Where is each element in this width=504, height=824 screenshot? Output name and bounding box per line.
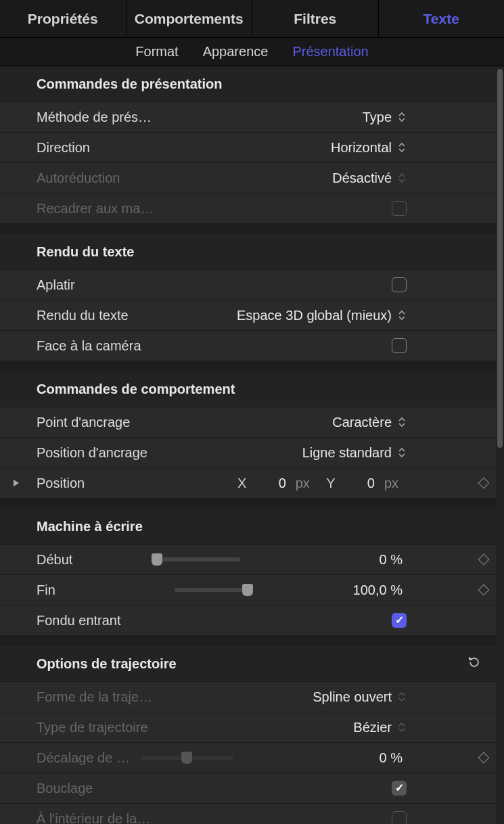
value-autoreduce: Désactivé — [332, 170, 392, 186]
value-path-shape: Spline ouvert — [313, 689, 392, 705]
unit-y: px — [384, 476, 398, 491]
row-render: Rendu du texte Espace 3D global (mieux) — [0, 300, 496, 330]
slider-end[interactable] — [175, 588, 250, 592]
label-fade-in: Fondu entrant — [37, 613, 121, 628]
slider-thumb — [181, 752, 192, 764]
stepper-icon — [397, 171, 407, 185]
label-end: Fin — [37, 582, 131, 598]
value-direction[interactable]: Horizontal — [331, 140, 392, 156]
row-anchor-point: Point d'ancrage Caractère — [0, 407, 496, 437]
subtab-format[interactable]: Format — [135, 44, 178, 60]
slider-thumb[interactable] — [242, 584, 253, 596]
row-autoreduce: Autoréduction Désactivé — [0, 162, 496, 193]
keyframe-button[interactable] — [470, 555, 497, 564]
stepper-icon[interactable] — [397, 308, 407, 322]
stepper-icon[interactable] — [397, 415, 407, 429]
label-path-shape: Forme de la traje… — [37, 689, 152, 705]
subtab-appearance[interactable]: Apparence — [203, 44, 269, 60]
row-fade-in: Fondu entrant — [0, 605, 496, 635]
section-title: Commandes de présentation — [37, 76, 223, 92]
value-anchor-point[interactable]: Caractère — [332, 415, 392, 430]
row-crop: Recadrer aux ma… — [0, 193, 496, 223]
label-anchor-point: Point d'ancrage — [37, 415, 130, 430]
label-path-offset: Décalage de la tr… — [37, 750, 131, 766]
row-start: Début 0 % — [0, 544, 496, 574]
row-layout-method: Méthode de prés… Type — [0, 101, 496, 132]
checkbox-face-camera[interactable] — [392, 338, 407, 353]
label-inside: À l'intérieur de la… — [37, 811, 150, 825]
value-path-offset: 0 % — [335, 750, 403, 766]
stepper-icon[interactable] — [397, 446, 407, 459]
slider-path-offset — [141, 756, 233, 760]
label-y: Y — [325, 476, 337, 491]
slider-start[interactable] — [154, 557, 240, 562]
section-title: Rendu du texte — [37, 244, 134, 260]
value-y[interactable]: 0 — [344, 476, 375, 491]
position-xy: X 0 px Y 0 px — [236, 476, 407, 491]
label-loop: Bouclage — [37, 781, 93, 796]
label-face-camera: Face à la caméra — [37, 338, 141, 354]
section-title: Machine à écrire — [37, 519, 143, 534]
section-text-render: Rendu du texte — [0, 234, 496, 269]
label-render: Rendu du texte — [37, 308, 129, 323]
value-layout-method[interactable]: Type — [363, 110, 392, 125]
unit-x: px — [296, 476, 310, 491]
label-x: X — [236, 476, 248, 491]
stepper-icon[interactable] — [397, 141, 407, 154]
label-start: Début — [37, 552, 131, 568]
section-title: Options de trajectoire — [37, 656, 177, 672]
tab-text[interactable]: Texte — [379, 0, 505, 37]
keyframe-button[interactable] — [470, 586, 497, 594]
row-path-shape: Forme de la traje… Spline ouvert — [0, 681, 496, 712]
row-path-offset: Décalage de la tr… 0 % — [0, 742, 496, 773]
sub-tab-bar: Format Apparence Présentation — [0, 38, 504, 66]
value-x[interactable]: 0 — [255, 476, 286, 491]
row-face-camera: Face à la caméra — [0, 330, 496, 361]
stepper-icon — [397, 720, 407, 734]
stepper-icon[interactable] — [397, 110, 407, 124]
row-position: Position X 0 px Y 0 px — [0, 467, 496, 498]
checkbox-flatten[interactable] — [392, 277, 407, 292]
value-anchor-position[interactable]: Ligne standard — [302, 445, 392, 461]
tab-behaviors[interactable]: Comportements — [127, 0, 253, 37]
label-layout-method: Méthode de prés… — [37, 110, 152, 125]
top-tab-bar: Propriétés Comportements Filtres Texte — [0, 0, 504, 38]
row-anchor-position: Position d'ancrage Ligne standard — [0, 437, 496, 467]
value-start[interactable]: 0 % — [335, 552, 403, 568]
label-anchor-position: Position d'ancrage — [37, 445, 147, 461]
row-path-type: Type de trajectoire Bézier — [0, 712, 496, 742]
row-flatten: Aplatir — [0, 269, 496, 300]
value-render[interactable]: Espace 3D global (mieux) — [237, 308, 392, 323]
label-position: Position — [37, 476, 85, 491]
tab-filters[interactable]: Filtres — [252, 0, 379, 37]
inspector-panel: Propriétés Comportements Filtres Texte F… — [0, 0, 504, 824]
label-autoreduce: Autoréduction — [37, 170, 120, 186]
keyframe-button[interactable] — [470, 754, 497, 762]
section-typewriter: Machine à écrire — [0, 509, 496, 544]
value-end[interactable]: 100,0 % — [335, 582, 403, 598]
slider-thumb[interactable] — [152, 553, 162, 566]
checkbox-inside — [392, 811, 407, 824]
keyframe-button[interactable] — [470, 479, 497, 487]
label-flatten: Aplatir — [37, 277, 75, 293]
checkbox-fade-in[interactable] — [392, 613, 407, 628]
label-direction: Direction — [37, 140, 90, 156]
disclosure-triangle-icon[interactable] — [12, 476, 20, 491]
inspector-scroll-area: Commandes de présentation Méthode de pré… — [0, 66, 504, 824]
value-path-type: Bézier — [353, 720, 392, 735]
row-direction: Direction Horizontal — [0, 132, 496, 162]
checkbox-crop — [392, 201, 407, 216]
section-layout-controls: Commandes de présentation — [0, 66, 496, 101]
checkbox-loop — [392, 781, 407, 796]
label-crop: Recadrer aux ma… — [37, 201, 154, 216]
section-behavior-controls: Commandes de comportement — [0, 371, 496, 407]
row-loop: Bouclage — [0, 773, 496, 803]
row-inside: À l'intérieur de la… — [0, 803, 496, 824]
scrollbar[interactable] — [497, 69, 503, 448]
tab-properties[interactable]: Propriétés — [0, 0, 127, 37]
reset-icon[interactable] — [467, 656, 481, 672]
subtab-layout[interactable]: Présentation — [292, 44, 368, 60]
section-title: Commandes de comportement — [37, 382, 235, 397]
section-path-options: Options de trajectoire — [0, 646, 496, 681]
stepper-icon — [397, 690, 407, 704]
